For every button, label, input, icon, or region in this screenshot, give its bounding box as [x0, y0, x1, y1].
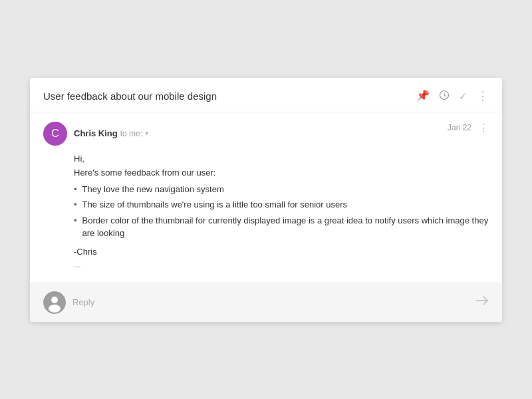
sender-name: Chris King [74, 128, 118, 138]
email-subject: User feedback about our mobile design [43, 90, 217, 102]
feedback-item-2: The size of thumbnails we're using is a … [82, 198, 347, 211]
feedback-item-1: They love the new navigation system [82, 183, 224, 196]
message-body: Hi, Here's some feedback from our user: … [43, 154, 489, 269]
greeting: Hi, [74, 154, 489, 164]
sender-details: Chris King to me: ▾ [74, 128, 149, 138]
message-wrapper: C Chris King to me: ▾ Jan 22 ⋮ Hi, Here'… [30, 112, 502, 283]
message-date-row: Jan 22 ⋮ [448, 122, 489, 134]
header-icons: 📌 ✓ ⋮ [416, 90, 489, 102]
message-more-icon[interactable]: ⋮ [478, 122, 489, 134]
email-header: User feedback about our mobile design 📌 … [30, 78, 502, 112]
message-meta: C Chris King to me: ▾ Jan 22 ⋮ [43, 122, 489, 146]
ellipsis: ... [74, 259, 489, 269]
bullet-2: • [74, 198, 77, 211]
more-menu-icon[interactable]: ⋮ [477, 90, 489, 102]
clock-icon[interactable] [439, 90, 450, 102]
list-item: • The size of thumbnails we're using is … [74, 198, 489, 211]
svg-point-3 [49, 305, 61, 313]
bullet-1: • [74, 183, 77, 196]
check-icon[interactable]: ✓ [459, 91, 467, 101]
reply-avatar [43, 291, 66, 314]
intro: Here's some feedback from our user: [74, 168, 489, 178]
feedback-list: • They love the new navigation system • … [74, 183, 489, 240]
email-card: User feedback about our mobile design 📌 … [30, 78, 502, 322]
reply-label[interactable]: Reply [72, 297, 94, 307]
message-date: Jan 22 [448, 123, 471, 132]
sender-info: C Chris King to me: ▾ [43, 122, 149, 146]
reply-send-icon[interactable] [475, 295, 489, 309]
signature: -Chris [74, 247, 489, 257]
pin-icon[interactable]: 📌 [416, 90, 430, 101]
reply-left: Reply [43, 291, 94, 314]
sender-name-row: Chris King to me: ▾ [74, 128, 149, 138]
svg-point-2 [51, 297, 58, 303]
list-item: • They love the new navigation system [74, 183, 489, 196]
sender-to: to me: [120, 129, 142, 138]
bullet-3: • [74, 214, 77, 227]
reply-bar: Reply [30, 283, 502, 322]
feedback-item-3: Border color of the thumbnail for curren… [82, 214, 489, 240]
sender-avatar: C [43, 122, 67, 146]
list-item: • Border color of the thumbnail for curr… [74, 214, 489, 240]
expand-icon[interactable]: ▾ [145, 129, 149, 138]
